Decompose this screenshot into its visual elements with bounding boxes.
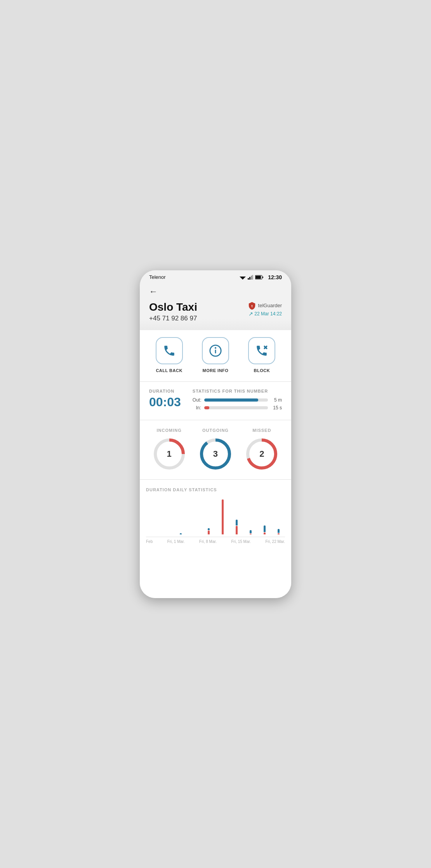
- x-label-8mar: Fri, 8 Mar.: [199, 539, 217, 544]
- missed-label: MISSED: [252, 428, 271, 433]
- svg-rect-4: [252, 275, 253, 280]
- call-back-label: CALL BACK: [156, 368, 182, 373]
- in-stat-row: In: 15 s: [193, 405, 282, 411]
- incoming-count: INCOMING 1: [152, 428, 187, 471]
- call-back-button[interactable]: CALL BACK: [156, 337, 183, 373]
- block-label: BLOCK: [254, 368, 270, 373]
- in-bar-bg: [204, 406, 268, 409]
- call-direction-icon: ↗: [249, 311, 253, 317]
- bar-group-3: [188, 498, 201, 534]
- outgoing-number: 3: [213, 449, 218, 459]
- more-info-icon-box: [202, 337, 229, 364]
- contact-row: Oslo Taxi +45 71 92 86 97 t telGuarder ↗…: [149, 301, 282, 323]
- status-bar: Telenor 12:30: [140, 270, 291, 283]
- chart-label: DURATION DAILY STATISTICS: [146, 487, 285, 492]
- bar-group-1: [160, 498, 173, 534]
- counts-row: INCOMING 1 OUTGOING 3: [146, 428, 285, 471]
- bar-red-4: [208, 531, 210, 534]
- svg-rect-3: [251, 276, 252, 280]
- bar-blue-7: [250, 530, 252, 533]
- bar-red-6: [236, 526, 238, 535]
- incoming-donut: 1: [152, 437, 187, 471]
- svg-point-10: [215, 347, 216, 349]
- outgoing-label: OUTGOING: [202, 428, 229, 433]
- bar-blue-6: [236, 520, 238, 525]
- bar-red-9: [278, 533, 280, 535]
- contact-number: +45 71 92 86 97: [149, 315, 197, 322]
- bar-blue-8: [264, 525, 266, 532]
- bar-red-8: [264, 532, 266, 534]
- duration-section: DURATION 00:03 STATISTICS FOR THIS NUMBE…: [140, 382, 291, 420]
- bar-group-2: [174, 498, 187, 534]
- bar-blue-9: [278, 529, 280, 533]
- out-stat-value: 5 m: [271, 397, 282, 403]
- outgoing-donut: 3: [198, 437, 233, 471]
- duration-value: 00:03: [149, 395, 181, 409]
- missed-count: MISSED 2: [244, 428, 279, 471]
- block-icon: [255, 344, 268, 357]
- phone-frame: Telenor 12:30 ←: [140, 270, 291, 598]
- svg-rect-6: [255, 276, 261, 279]
- out-stat-row: Out: 5 m: [193, 397, 282, 403]
- out-dir-label: Out:: [193, 397, 201, 403]
- call-back-icon: [163, 344, 176, 357]
- chart-x-labels: Feb Fri, 1 Mar. Fri, 8 Mar. Fri, 15 Mar.…: [146, 537, 285, 544]
- shield-icon: t: [248, 301, 256, 310]
- in-stat-value: 15 s: [271, 405, 282, 411]
- missed-number: 2: [259, 449, 264, 459]
- stats-label: STATISTICS FOR THIS NUMBER: [193, 389, 282, 393]
- x-label-feb: Feb: [146, 539, 153, 544]
- call-date: ↗ 22 Mar 14:22: [249, 311, 282, 317]
- outgoing-count: OUTGOING 3: [198, 428, 233, 471]
- more-info-icon: [209, 344, 222, 357]
- call-back-icon-box: [156, 337, 183, 364]
- x-label-22mar: Fri, 22 Mar.: [265, 539, 285, 544]
- svg-marker-0: [240, 277, 246, 280]
- chart-section: DURATION DAILY STATISTICS Feb Fri, 1 Mar…: [140, 480, 291, 598]
- missed-donut: 2: [244, 437, 279, 471]
- header-section: ← Oslo Taxi +45 71 92 86 97 t telGuarder…: [140, 283, 291, 334]
- x-label-15mar: Fri, 15 Mar.: [231, 539, 251, 544]
- bar-group-5: [216, 498, 229, 534]
- in-bar-fill: [204, 406, 209, 409]
- svg-rect-11: [215, 350, 216, 353]
- carrier-label: Telenor: [149, 274, 166, 280]
- svg-rect-2: [249, 277, 250, 280]
- bar-blue-4: [208, 528, 210, 530]
- bar-red-7: [250, 534, 252, 535]
- svg-rect-1: [248, 278, 249, 280]
- in-dir-label: In:: [193, 405, 201, 411]
- duration-label: DURATION: [149, 389, 181, 393]
- bar-group-9: [272, 498, 285, 534]
- out-bar-bg: [204, 398, 268, 402]
- contact-name: Oslo Taxi: [149, 301, 197, 313]
- more-info-label: MORE INFO: [203, 368, 229, 373]
- bar-group-8: [258, 498, 271, 534]
- wifi-icon: [240, 275, 246, 280]
- counts-section: INCOMING 1 OUTGOING 3: [140, 420, 291, 479]
- bar-chart: [146, 498, 285, 537]
- svg-text:t: t: [251, 304, 252, 308]
- x-label-1mar: Fri, 1 Mar.: [167, 539, 185, 544]
- bar-group-4: [202, 498, 215, 534]
- bar-red-5: [222, 499, 224, 534]
- battery-icon: [255, 275, 264, 280]
- contact-info: Oslo Taxi +45 71 92 86 97: [149, 301, 197, 323]
- telguarder-logo: t telGuarder: [248, 301, 282, 310]
- bar-group-6: [230, 498, 243, 534]
- telguarder-badge: t telGuarder ↗ 22 Mar 14:22: [248, 301, 282, 317]
- block-icon-box: [248, 337, 275, 364]
- status-time: 12:30: [268, 274, 282, 280]
- incoming-number: 1: [167, 449, 172, 459]
- duration-left: DURATION 00:03: [149, 389, 181, 409]
- actions-row: CALL BACK MORE INFO BLOCK: [140, 330, 291, 381]
- block-button[interactable]: BLOCK: [248, 337, 275, 373]
- svg-rect-7: [262, 277, 263, 278]
- telguarder-name: telGuarder: [258, 303, 282, 308]
- more-info-button[interactable]: MORE INFO: [202, 337, 229, 373]
- bar-blue-2: [180, 533, 182, 535]
- out-bar-fill: [204, 398, 259, 402]
- back-button[interactable]: ←: [149, 287, 158, 297]
- stats-right: STATISTICS FOR THIS NUMBER Out: 5 m In: …: [193, 389, 282, 413]
- signal-icon: [248, 275, 253, 280]
